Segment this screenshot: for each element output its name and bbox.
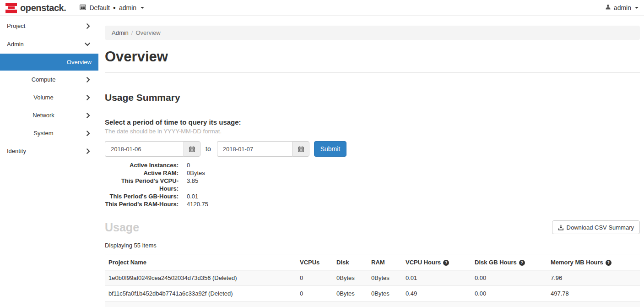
value-cell: 0Bytes xyxy=(368,302,402,307)
value-cell: 0.11 xyxy=(402,302,471,307)
sidebar-item-overview-selected[interactable]: Overview xyxy=(0,54,98,71)
calendar-icon xyxy=(189,146,195,152)
sidebar-item-label: Admin xyxy=(7,35,24,54)
user-icon xyxy=(605,4,611,11)
breadcrumb-admin-link[interactable]: Admin xyxy=(112,29,129,36)
value-cell: 0 xyxy=(296,302,333,307)
sidebar-item-label: Identity xyxy=(7,142,26,160)
table-row: ea1f2f357c09465eb6991edf7079efbe (Delete… xyxy=(105,302,640,307)
page-title: Overview xyxy=(105,49,640,65)
period-form-label: Select a period of time to query its usa… xyxy=(105,118,640,126)
value-cell: 0Bytes xyxy=(333,302,368,307)
date-to-input[interactable] xyxy=(217,141,292,157)
table-count-text: Displaying 55 items xyxy=(105,242,640,249)
value-cell: 0.01 xyxy=(402,270,471,286)
sidebar-item-admin[interactable]: Admin xyxy=(0,35,98,54)
stat-ram-hours: This Period's RAM-Hours: 4120.75 xyxy=(105,200,640,208)
sidebar-item-identity[interactable]: Identity xyxy=(0,142,98,160)
context-domain: Default xyxy=(89,4,109,11)
stat-value: 3.85 xyxy=(179,177,198,192)
user-menu-dropdown[interactable]: admin xyxy=(605,4,639,11)
download-csv-button[interactable]: Download CSV Summary xyxy=(552,220,640,234)
stat-active-instances: Active Instances: 0 xyxy=(105,161,640,169)
table-row: bf11c5fa0f1b452db4b7741a6c33a92f (Delete… xyxy=(105,286,640,302)
col-vcpu-hours: VCPU Hours? xyxy=(402,254,471,270)
col-disk-gb-hours: Disk GB Hours? xyxy=(471,254,547,270)
help-icon[interactable]: ? xyxy=(519,260,525,266)
user-name: admin xyxy=(614,4,631,11)
stat-label: Active RAM: xyxy=(105,169,179,177)
stat-value: 4120.75 xyxy=(179,200,208,208)
value-cell: 0Bytes xyxy=(333,270,368,286)
stat-label: This Period's VCPU-Hours: xyxy=(105,177,179,192)
stat-label: This Period's GB-Hours: xyxy=(105,192,179,200)
sidebar-item-label: Overview xyxy=(67,59,92,66)
chevron-down-icon xyxy=(85,43,90,46)
col-project-name: Project Name xyxy=(105,254,296,270)
sidebar-item-label: Compute xyxy=(32,76,56,83)
stat-value: 0.01 xyxy=(179,192,198,200)
table-row: 1e0b0f99af0249cea24502034d73d356 (Delete… xyxy=(105,270,640,286)
usage-table-body: 1e0b0f99af0249cea24502034d73d356 (Delete… xyxy=(105,270,640,307)
breadcrumb: Admin/Overview xyxy=(105,26,640,40)
download-icon xyxy=(558,225,564,230)
date-to-calendar-button[interactable] xyxy=(292,141,309,157)
project-name-cell: 1e0b0f99af0249cea24502034d73d356 (Delete… xyxy=(105,270,296,286)
context-switcher-dropdown[interactable]: Default ● admin xyxy=(80,4,144,11)
value-cell: 0Bytes xyxy=(368,286,402,302)
caret-down-icon xyxy=(141,7,144,9)
stat-label: This Period's RAM-Hours: xyxy=(105,200,179,208)
usage-stats: Active Instances: 0 Active RAM: 0Bytes T… xyxy=(105,161,640,208)
col-disk: Disk xyxy=(333,254,368,270)
sidebar-item-label: Network xyxy=(32,112,54,119)
help-icon[interactable]: ? xyxy=(443,260,449,266)
calendar-icon xyxy=(298,146,304,152)
sidebar-item-label: System xyxy=(33,130,53,137)
chevron-right-icon xyxy=(87,148,90,154)
value-cell: 497.78 xyxy=(547,286,640,302)
top-navbar: openstack. Default ● admin admin xyxy=(0,0,644,16)
value-cell: 7.96 xyxy=(547,270,640,286)
chevron-right-icon xyxy=(87,95,90,100)
main-content: Admin/Overview Overview Usage Summary Se… xyxy=(105,16,640,307)
chevron-right-icon xyxy=(87,113,90,118)
date-from-calendar-button[interactable] xyxy=(184,141,200,157)
usage-table: Project Name VCPUs Disk RAM VCPU Hours? … xyxy=(105,254,640,307)
value-cell: 110.93 xyxy=(547,302,640,307)
sidebar-item-volume[interactable]: Volume xyxy=(0,88,98,106)
to-label: to xyxy=(200,145,217,153)
period-form-help: The date should be in YYYY-MM-DD format. xyxy=(105,128,640,135)
context-dot-icon: ● xyxy=(113,5,116,10)
title-divider xyxy=(105,72,640,73)
brand-wordmark: openstack. xyxy=(20,3,66,13)
sidebar-item-system[interactable]: System xyxy=(0,124,98,142)
submit-button[interactable]: Submit xyxy=(314,141,347,157)
stat-gb-hours: This Period's GB-Hours: 0.01 xyxy=(105,192,640,200)
help-icon[interactable]: ? xyxy=(606,260,612,266)
chevron-right-icon xyxy=(87,77,90,82)
openstack-logo[interactable]: openstack. xyxy=(5,3,66,13)
col-vcpus: VCPUs xyxy=(296,254,333,270)
chevron-right-icon xyxy=(87,131,90,136)
breadcrumb-separator: / xyxy=(129,29,136,36)
sidebar-item-project[interactable]: Project xyxy=(0,17,98,35)
value-cell: 0Bytes xyxy=(368,270,402,286)
value-cell: 0.00 xyxy=(471,270,547,286)
stat-value: 0Bytes xyxy=(179,169,205,177)
table-header-row: Project Name VCPUs Disk RAM VCPU Hours? … xyxy=(105,254,640,270)
sidebar-item-network[interactable]: Network xyxy=(0,106,98,124)
stat-label: Active Instances: xyxy=(105,161,179,169)
sidebar-item-compute[interactable]: Compute xyxy=(0,71,98,88)
sidebar-nav: Project Admin Overview Compute Volume xyxy=(0,16,98,307)
value-cell: 0 xyxy=(296,270,333,286)
usage-summary-heading: Usage Summary xyxy=(105,92,640,103)
project-name-cell: ea1f2f357c09465eb6991edf7079efbe (Delete… xyxy=(105,302,296,307)
value-cell: 0 xyxy=(296,286,333,302)
date-from-input[interactable] xyxy=(105,141,184,157)
col-memory-mb-hours: Memory MB Hours? xyxy=(547,254,640,270)
value-cell: 0.00 xyxy=(471,302,547,307)
col-ram: RAM xyxy=(368,254,402,270)
value-cell: 0Bytes xyxy=(333,286,368,302)
value-cell: 0.49 xyxy=(402,286,471,302)
sidebar-item-label: Project xyxy=(7,17,25,35)
